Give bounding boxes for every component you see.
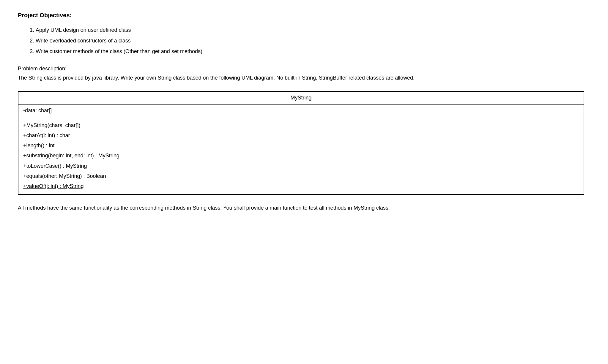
uml-class-name-row: MyString — [18, 91, 584, 104]
uml-method-1: +MyString(chars: char[]) — [23, 120, 579, 130]
problem-text: The String class is provided by java lib… — [18, 74, 590, 82]
uml-methods-row: +MyString(chars: char[]) +charAt(i: int)… — [18, 117, 584, 194]
uml-method-3: +length() : int — [23, 140, 579, 151]
objective-item-1: Apply UML design on user defined class — [36, 25, 590, 35]
objective-item-2: Write overloaded constructors of a class — [36, 35, 590, 46]
uml-fields-row: -data: char[] — [18, 104, 584, 117]
objective-item-3: Write customer methods of the class (Oth… — [36, 46, 590, 57]
uml-method-5: +toLowerCase() : MyString — [23, 161, 579, 171]
uml-methods-cell: +MyString(chars: char[]) +charAt(i: int)… — [18, 117, 584, 194]
project-title: Project Objectives: — [18, 12, 590, 19]
footer-text: All methods have the same functionality … — [18, 204, 590, 212]
uml-method-2: +charAt(i: int) : char — [23, 130, 579, 140]
problem-label: Problem description: — [18, 66, 590, 72]
objectives-list: Apply UML design on user defined class W… — [36, 25, 590, 57]
problem-section: Problem description: The String class is… — [18, 66, 590, 82]
uml-method-6: +equals(other: MyString) : Boolean — [23, 171, 579, 181]
uml-diagram-table: MyString -data: char[] +MyString(chars: … — [18, 91, 584, 195]
uml-method-4: +substring(begin: int, end: int) : MyStr… — [23, 151, 579, 161]
uml-method-7: +valueOf(i: int) : MyString — [23, 181, 579, 191]
uml-field: -data: char[] — [18, 104, 584, 117]
uml-class-name: MyString — [18, 91, 584, 104]
